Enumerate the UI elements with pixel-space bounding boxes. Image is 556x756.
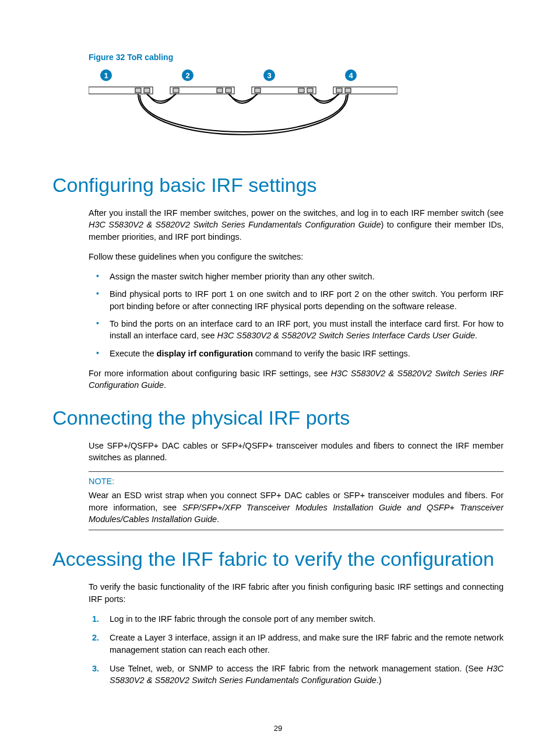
- badge-2-icon: 2: [182, 69, 193, 81]
- list-item: Execute the display irf configuration co…: [89, 348, 504, 359]
- list-item: Log in to the IRF fabric through the con…: [89, 613, 504, 625]
- note-box: NOTE: Wear an ESD wrist strap when you c…: [89, 471, 504, 530]
- heading-connecting-physical-irf-ports: Connecting the physical IRF ports: [52, 407, 504, 429]
- svg-rect-8: [89, 87, 153, 94]
- step-text: Create a Layer 3 interface, assign it an…: [110, 633, 504, 654]
- heading-configuring-basic-irf: Configuring basic IRF settings: [52, 174, 504, 197]
- intro-paragraph: After you install the IRF member switche…: [89, 207, 504, 243]
- more-info-paragraph: For more information about configuring b…: [89, 368, 504, 391]
- svg-rect-21: [345, 88, 351, 93]
- svg-rect-15: [252, 87, 316, 94]
- list-item: Assign the master switch higher member p…: [89, 271, 504, 282]
- badge-1-icon: 1: [100, 69, 112, 81]
- note-post: .: [217, 514, 219, 524]
- heading-accessing-irf-fabric: Accessing the IRF fabric to verify the c…: [52, 548, 504, 570]
- verify-steps: Log in to the IRF fabric through the con…: [89, 613, 504, 686]
- figure-caption: Figure 32 ToR cabling: [89, 52, 504, 62]
- bullet-post: command to verify the basic IRF settings…: [253, 349, 410, 358]
- svg-rect-14: [226, 88, 231, 93]
- bullet-italic: H3C S5830V2 & S5820V2 Switch Series Inte…: [217, 331, 475, 340]
- step-post: .): [376, 676, 382, 685]
- svg-rect-16: [255, 88, 261, 93]
- svg-text:3: 3: [267, 71, 271, 80]
- note-label: NOTE:: [89, 475, 504, 487]
- list-item: To bind the ports on an interface card t…: [89, 318, 504, 342]
- svg-rect-9: [135, 88, 141, 93]
- guideline-list: Assign the master switch higher member p…: [89, 271, 504, 359]
- list-item: Create a Layer 3 interface, assign it an…: [89, 632, 504, 656]
- svg-rect-20: [336, 88, 342, 93]
- svg-text:1: 1: [104, 71, 108, 80]
- verify-paragraph: To verify the basic functionality of the…: [89, 581, 504, 605]
- bullet-text: Execute the: [110, 349, 157, 358]
- list-item: Use Telnet, web, or SNMP to access the I…: [89, 663, 504, 687]
- bullet-bold: display irf configuration: [157, 349, 253, 358]
- svg-text:2: 2: [185, 71, 189, 80]
- list-item: Bind physical ports to IRF port 1 on one…: [89, 288, 504, 312]
- svg-text:4: 4: [349, 71, 353, 80]
- svg-rect-12: [173, 88, 179, 93]
- svg-rect-11: [170, 87, 234, 94]
- bullet-text: Assign the master switch higher member p…: [110, 272, 375, 281]
- bullet-post: .: [475, 331, 477, 340]
- badge-3-icon: 3: [263, 69, 275, 81]
- use-paragraph: Use SFP+/QSFP+ DAC cables or SFP+/QSFP+ …: [89, 440, 504, 464]
- intro-pre: After you install the IRF member switche…: [89, 208, 504, 218]
- intro-italic: H3C S5830V2 & S5820V2 Switch Series Fund…: [89, 220, 381, 229]
- note-text: Wear an ESD wrist strap when you connect…: [89, 489, 504, 525]
- more-pre: For more information about configuring b…: [89, 369, 330, 378]
- follow-paragraph: Follow these guidelines when you configu…: [89, 251, 504, 262]
- figure-tor-cabling: 1 2 3 4: [89, 66, 504, 139]
- step-text: Use Telnet, web, or SNMP to access the I…: [110, 664, 487, 673]
- badge-4-icon: 4: [345, 69, 357, 81]
- bullet-text: Bind physical ports to IRF port 1 on one…: [110, 289, 504, 310]
- svg-rect-18: [307, 88, 313, 93]
- svg-rect-10: [144, 88, 150, 93]
- step-text: Log in to the IRF fabric through the con…: [110, 614, 375, 624]
- more-post: .: [164, 380, 166, 390]
- svg-rect-13: [217, 88, 223, 93]
- svg-rect-19: [333, 87, 397, 94]
- svg-rect-17: [298, 88, 304, 93]
- page-number: 29: [0, 724, 556, 733]
